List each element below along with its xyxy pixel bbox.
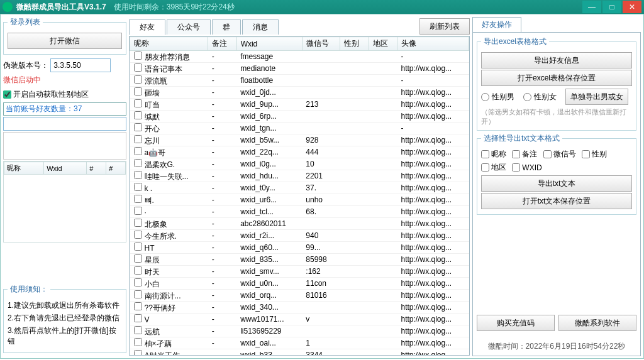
col-header[interactable]: 地区 <box>369 37 397 51</box>
cb-nickname[interactable]: 昵称 <box>481 149 506 160</box>
table-row[interactable]: 时天-wxid_smv...:162http://wx.qlog... <box>130 266 469 278</box>
row-checkbox[interactable] <box>134 52 142 60</box>
row-checkbox[interactable] <box>134 231 142 239</box>
row-checkbox[interactable] <box>134 350 142 356</box>
row-nickname[interactable]: 叮当 <box>130 99 208 111</box>
table-row[interactable]: 缄默-wxid_6rp...http://wx.qlog... <box>130 111 469 123</box>
table-row[interactable]: 温柔欢G.-wxid_i0g...10http://wx.qlog... <box>130 158 469 170</box>
col-header[interactable]: 昵称 <box>130 37 208 51</box>
row-checkbox[interactable] <box>134 302 142 310</box>
small-th-4[interactable]: # <box>106 162 126 175</box>
table-row[interactable]: ??哥俩好-wxid_340...http://wx.qlog... <box>130 302 469 314</box>
col-header[interactable]: 备注 <box>208 37 236 51</box>
row-checkbox[interactable] <box>134 171 142 179</box>
table-row[interactable]: 南街源计...-wxid_orq...81016http://wx.qlog..… <box>130 290 469 302</box>
row-checkbox[interactable] <box>134 278 142 286</box>
row-nickname[interactable]: 南街源计... <box>130 290 208 302</box>
cb-gender[interactable]: 性别 <box>582 149 607 160</box>
open-txt-location-button[interactable]: 打开txt文本保存位置 <box>481 193 632 209</box>
row-checkbox[interactable] <box>134 195 142 203</box>
row-checkbox[interactable] <box>134 290 142 298</box>
row-nickname[interactable]: k . <box>130 182 208 194</box>
table-row[interactable]: 叮当-wxid_9up...213http://wx.qlog... <box>130 99 469 111</box>
auto-gender-region-checkbox[interactable]: 开启自动获取性别地区 <box>3 89 123 100</box>
table-row[interactable]: V-www10171...vhttp://wx.qlog... <box>130 314 469 325</box>
row-nickname[interactable]: 语音记事本 <box>130 63 208 75</box>
small-th-wxid[interactable]: Wxid <box>44 162 87 175</box>
table-row[interactable]: 北极象-abc28602011http://wx.qlog... <box>130 218 469 230</box>
row-nickname[interactable]: 温柔欢G. <box>130 158 208 170</box>
table-row[interactable]: ·-wxid_tcl...68.http://wx.qlog... <box>130 206 469 218</box>
row-checkbox[interactable] <box>134 183 142 191</box>
row-checkbox[interactable] <box>134 243 142 251</box>
cb-region[interactable]: 地区 <box>481 162 506 173</box>
row-checkbox[interactable] <box>134 338 142 346</box>
export-gender-button[interactable]: 单独导出男或女 <box>565 89 628 105</box>
row-nickname[interactable]: V <box>130 314 208 325</box>
tab-friends[interactable]: 好友 <box>129 19 165 35</box>
table-row[interactable]: 뼈.-wxid_ur6...unhohttp://wx.qlog... <box>130 194 469 206</box>
table-row[interactable]: 朋友推荐消息-fmessage- <box>130 51 469 63</box>
col-header[interactable]: 微信号 <box>302 37 340 51</box>
table-row[interactable]: 柚×孑藕-wxid_oai...1http://wx.qlog... <box>130 337 469 349</box>
gender-male-radio[interactable]: 性别男 <box>481 92 514 102</box>
refresh-list-button[interactable]: 刷新列表 <box>419 18 470 35</box>
small-th-3[interactable]: # <box>87 162 106 175</box>
row-nickname[interactable]: 小白 <box>130 278 208 290</box>
open-excel-location-button[interactable]: 打开excel表格保存位置 <box>481 70 632 86</box>
table-row[interactable]: 语音记事本-medianotehttp://wx.qlog... <box>130 63 469 75</box>
row-checkbox[interactable] <box>134 87 142 95</box>
cb-remark[interactable]: 备注 <box>512 149 537 160</box>
right-tab-ops[interactable]: 好友操作 <box>472 17 521 32</box>
tab-groups[interactable]: 群 <box>212 19 241 35</box>
row-checkbox[interactable] <box>134 75 142 84</box>
tab-messages[interactable]: 消息 <box>242 19 279 35</box>
row-checkbox[interactable] <box>134 326 142 334</box>
row-checkbox[interactable] <box>134 111 142 119</box>
small-th-nick[interactable]: 昵称 <box>4 162 44 175</box>
row-nickname[interactable]: 星辰 <box>130 254 208 266</box>
table-row[interactable]: 砸墙-wxid_0jd...http://wx.qlog... <box>130 87 469 99</box>
tab-official[interactable]: 公众号 <box>167 19 211 35</box>
row-checkbox[interactable] <box>134 207 142 215</box>
weiku-series-button[interactable]: 微酷系列软件 <box>558 315 636 331</box>
cb-wxid[interactable]: WXID <box>512 163 541 172</box>
table-row[interactable]: 忘川-wxid_b5w...928http://wx.qlog... <box>130 134 469 146</box>
row-checkbox[interactable] <box>134 147 142 155</box>
row-nickname[interactable]: 뼈. <box>130 194 208 206</box>
table-row[interactable]: 漂流瓶-floatbottle- <box>130 75 469 87</box>
row-checkbox[interactable] <box>134 135 142 143</box>
gender-female-radio[interactable]: 性别女 <box>523 92 557 102</box>
col-header[interactable]: 性别 <box>340 37 369 51</box>
table-row[interactable]: 星辰-wxid_835...85998http://wx.qlog... <box>130 254 469 266</box>
account-text-area[interactable] <box>3 132 126 160</box>
row-nickname[interactable]: 忘川 <box>130 134 208 146</box>
row-nickname[interactable]: A时光工作... <box>130 349 208 356</box>
row-checkbox[interactable] <box>134 123 142 131</box>
row-nickname[interactable]: 柚×孑藕 <box>130 337 208 349</box>
row-nickname[interactable]: a🤖哥 <box>130 146 208 158</box>
row-checkbox[interactable] <box>134 159 142 167</box>
row-nickname[interactable]: 朋友推荐消息 <box>130 51 208 63</box>
table-row[interactable]: 哇哇一失联...-wxid_hdu...2201http://wx.qlog..… <box>130 170 469 182</box>
table-row[interactable]: A时光工作...-wxid_b33...3344http://wx.qlog..… <box>130 349 469 356</box>
row-checkbox[interactable] <box>134 99 142 107</box>
row-nickname[interactable]: 漂流瓶 <box>130 75 208 87</box>
table-row[interactable]: a🤖哥-wxid_22q...444http://wx.qlog... <box>130 146 469 158</box>
table-row[interactable]: HT-wxid_q60...99...http://wx.qlog... <box>130 242 469 254</box>
row-nickname[interactable]: · <box>130 206 208 218</box>
row-nickname[interactable]: HT <box>130 242 208 254</box>
table-row[interactable]: 小白-wxid_u0n...11conhttp://wx.qlog... <box>130 278 469 290</box>
cb-wechat[interactable]: 微信号 <box>543 149 576 160</box>
row-checkbox[interactable] <box>134 63 142 72</box>
row-checkbox[interactable] <box>134 266 142 275</box>
table-row[interactable]: k .-wxid_t0y...37.http://wx.qlog... <box>130 182 469 194</box>
table-row[interactable]: 远航-li513695229http://wx.qlog... <box>130 325 469 337</box>
row-nickname[interactable]: 远航 <box>130 325 208 337</box>
row-nickname[interactable]: 开心 <box>130 123 208 134</box>
export-friend-info-button[interactable]: 导出好友信息 <box>481 52 632 68</box>
row-nickname[interactable]: 时天 <box>130 266 208 278</box>
close-button[interactable]: ✕ <box>623 1 641 13</box>
row-nickname[interactable]: 砸墙 <box>130 87 208 99</box>
fake-version-input[interactable] <box>50 58 111 72</box>
